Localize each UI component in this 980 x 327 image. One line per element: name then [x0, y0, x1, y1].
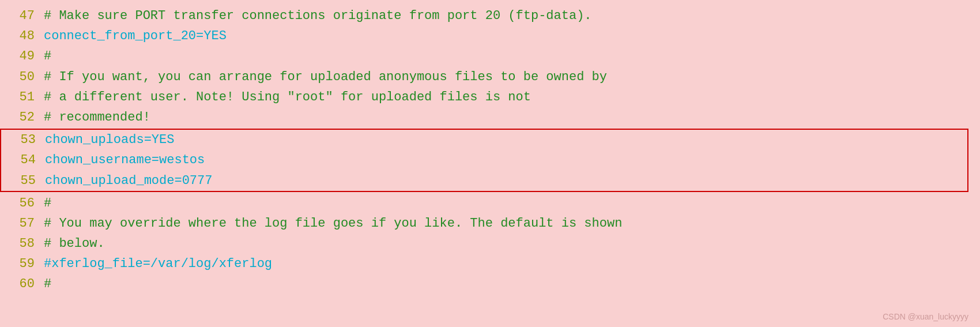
line-content: connect_from_port_20=YES: [44, 26, 227, 46]
line-content: # Make sure PORT transfer connections or…: [44, 6, 592, 26]
code-editor: 47 # Make sure PORT transfer connections…: [0, 0, 980, 327]
code-line-57: 57 # You may override where the log file…: [0, 213, 980, 234]
line-content: # recommended!: [44, 107, 150, 127]
line-number: 54: [13, 150, 36, 170]
code-line-60: 60 #: [0, 274, 980, 294]
line-content: chown_upload_mode=0777: [45, 171, 212, 191]
code-line-49: 49 #: [0, 46, 980, 66]
line-number: 60: [12, 274, 35, 294]
code-line-54: 54 chown_username=westos: [1, 150, 967, 170]
code-line-58: 58 # below.: [0, 234, 980, 254]
line-number: 55: [13, 171, 36, 191]
line-number: 53: [13, 130, 36, 150]
code-line-53: 53 chown_uploads=YES: [1, 130, 967, 150]
line-number: 47: [12, 6, 35, 26]
line-number: 50: [12, 67, 35, 87]
code-line-51: 51 # a different user. Note! Using "root…: [0, 87, 980, 107]
line-number: 49: [12, 46, 35, 66]
line-content: #: [44, 46, 51, 66]
line-number: 56: [12, 193, 35, 213]
line-content: # below.: [44, 234, 105, 254]
code-line-55: 55 chown_upload_mode=0777: [1, 171, 967, 191]
line-number: 51: [12, 87, 35, 107]
line-number: 59: [12, 254, 35, 274]
code-line-47: 47 # Make sure PORT transfer connections…: [0, 6, 980, 26]
watermark: CSDN @xuan_luckyyyy: [883, 312, 968, 321]
line-content: chown_uploads=YES: [45, 130, 174, 150]
line-number: 52: [12, 107, 35, 127]
line-number: 58: [12, 234, 35, 254]
code-line-56: 56 #: [0, 193, 980, 213]
line-content: # You may override where the log file go…: [44, 213, 622, 234]
line-number: 57: [12, 213, 35, 234]
code-line-48: 48 connect_from_port_20=YES: [0, 26, 980, 46]
line-number: 48: [12, 26, 35, 46]
code-line-59: 59 #xferlog_file=/var/log/xferlog: [0, 254, 980, 274]
highlighted-block: 53 chown_uploads=YES 54 chown_username=w…: [0, 129, 968, 192]
line-content: #: [44, 193, 51, 213]
line-content: # a different user. Note! Using "root" f…: [44, 87, 531, 107]
line-content: #: [44, 274, 51, 294]
code-line-52: 52 # recommended!: [0, 107, 980, 127]
line-content: chown_username=westos: [45, 150, 205, 170]
line-content: #xferlog_file=/var/log/xferlog: [44, 254, 272, 274]
code-line-50: 50 # If you want, you can arrange for up…: [0, 67, 980, 87]
line-content: # If you want, you can arrange for uploa…: [44, 67, 607, 87]
